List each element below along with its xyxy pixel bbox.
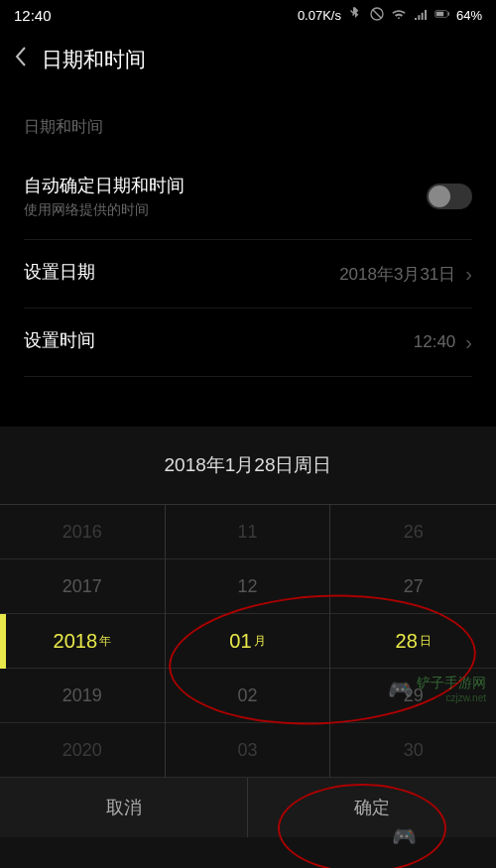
auto-date-title: 自动确定日期和时间	[24, 174, 427, 197]
svg-rect-3	[436, 11, 443, 16]
status-indicators: 0.07K/s 64%	[298, 6, 482, 25]
auto-date-toggle[interactable]	[427, 184, 472, 209]
section-label: 日期和时间	[24, 93, 472, 154]
signal-icon	[413, 6, 429, 25]
battery-icon	[434, 6, 450, 25]
set-date-row[interactable]: 设置日期 2018年3月31日 ›	[24, 240, 472, 309]
auto-date-row[interactable]: 自动确定日期和时间 使用网络提供的时间	[24, 154, 472, 240]
set-date-value: 2018年3月31日	[339, 263, 455, 286]
picker-item[interactable]: 2020	[0, 723, 165, 778]
set-date-title: 设置日期	[24, 260, 339, 284]
dnd-icon	[369, 6, 385, 25]
picker-item[interactable]: 2019	[0, 669, 165, 723]
set-time-title: 设置时间	[24, 328, 414, 352]
watermark-icon: 🎮	[392, 824, 417, 848]
auto-date-subtitle: 使用网络提供的时间	[24, 201, 427, 219]
page-title: 日期和时间	[42, 46, 146, 73]
picker-item[interactable]: 26	[330, 505, 496, 559]
chevron-right-icon: ›	[465, 263, 472, 286]
picker-item[interactable]: 03	[166, 723, 330, 778]
svg-rect-2	[448, 12, 449, 15]
picker-item[interactable]: 11	[166, 505, 330, 559]
network-speed: 0.07K/s	[298, 8, 341, 23]
set-time-row[interactable]: 设置时间 12:40 ›	[24, 309, 472, 377]
bottom-watermark: 🎮	[392, 824, 417, 848]
watermark-icon: 🎮	[388, 678, 413, 701]
picker-item[interactable]: 02	[166, 669, 330, 723]
picker-grid: 2016 2017 2018年 2019 2020 11 12 01月 02 0…	[0, 504, 496, 778]
picker-item[interactable]: 30	[330, 723, 496, 778]
battery-percent: 64%	[456, 8, 482, 23]
day-column[interactable]: 26 27 28日 29 30	[330, 505, 496, 778]
picker-item[interactable]: 2017	[0, 559, 165, 614]
date-picker-overlay: 2018年1月28日周日 2016 2017 2018年 2019 2020 1…	[0, 427, 496, 868]
confirm-button[interactable]: 确定	[248, 778, 496, 837]
year-column[interactable]: 2016 2017 2018年 2019 2020	[0, 505, 166, 778]
picker-item[interactable]: 12	[166, 559, 330, 614]
selection-indicator	[0, 614, 6, 669]
set-time-value: 12:40	[414, 332, 456, 352]
picker-title: 2018年1月28日周日	[0, 427, 496, 504]
month-column[interactable]: 11 12 01月 02 03	[166, 505, 331, 778]
chevron-right-icon: ›	[465, 331, 472, 354]
picker-item-selected[interactable]: 2018年	[0, 614, 165, 669]
cancel-button[interactable]: 取消	[0, 778, 248, 837]
picker-item[interactable]: 27	[330, 559, 496, 614]
picker-item-selected[interactable]: 28日	[330, 614, 496, 669]
picker-item[interactable]: 2016	[0, 505, 165, 559]
watermark: 🎮 铲子手游网 czjzw.net	[388, 675, 486, 703]
picker-item-selected[interactable]: 01月	[166, 614, 330, 669]
status-time: 12:40	[14, 7, 52, 24]
back-button[interactable]	[14, 46, 28, 73]
wifi-icon	[391, 6, 407, 25]
bluetooth-icon	[347, 6, 363, 25]
toggle-knob	[429, 186, 450, 207]
